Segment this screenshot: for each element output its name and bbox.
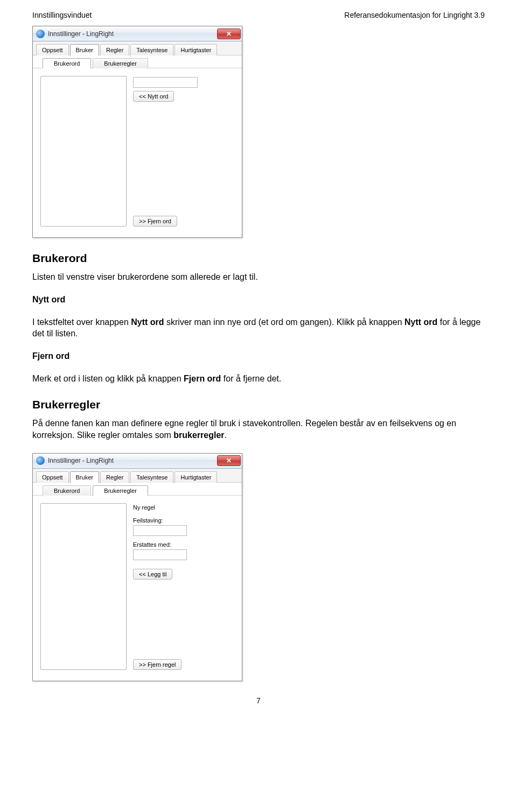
tab-talesyntese[interactable]: Talesyntese <box>130 471 173 483</box>
close-button[interactable]: ✕ <box>217 455 241 466</box>
replace-label: Erstattes med: <box>133 541 234 548</box>
remove-rule-button[interactable]: >> Fjern regel <box>133 659 181 670</box>
tab-hurtigtaster[interactable]: Hurtigtaster <box>174 471 217 483</box>
rules-listbox[interactable] <box>40 503 127 670</box>
window-title: Innstillinger - LingRight <box>48 457 217 464</box>
close-icon: ✕ <box>226 457 232 464</box>
text-run: Merk et ord i listen og klikk på knappen <box>32 374 184 383</box>
titlebar: Innstillinger - LingRight ✕ <box>33 454 242 469</box>
window-title: Innstillinger - LingRight <box>48 30 217 38</box>
para-brukerord-intro: Listen til venstre viser brukerordene so… <box>32 271 485 283</box>
close-button[interactable]: ✕ <box>217 29 241 39</box>
tab-oppsett[interactable]: Oppsett <box>36 44 69 55</box>
misspelling-label: Feilstaving: <box>133 517 234 524</box>
para-nytt-ord: I tekstfeltet over knappen Nytt ord skri… <box>32 316 485 340</box>
replace-input[interactable] <box>133 549 187 560</box>
header-right: Referansedokumentasjon for Lingright 3.9 <box>344 11 485 19</box>
sub-tab-strip: Brukerord Brukerregler <box>33 55 242 68</box>
tab-oppsett[interactable]: Oppsett <box>36 471 69 483</box>
add-word-button[interactable]: << Nytt ord <box>133 91 174 102</box>
bold-run: Nytt ord <box>404 317 437 327</box>
sub-tab-strip: Brukerord Brukerregler <box>33 483 242 496</box>
new-rule-group-label: Ny regel <box>133 504 234 511</box>
subtab-brukerregler[interactable]: Brukerregler <box>93 485 148 496</box>
text-run: . <box>225 430 227 440</box>
text-run: for å fjerne det. <box>221 374 281 383</box>
text-run: I tekstfeltet over knappen <box>32 317 131 327</box>
app-icon <box>36 30 45 38</box>
tab-hurtigtaster[interactable]: Hurtigtaster <box>174 44 217 55</box>
page-header: Innstillingsvinduet Referansedokumentasj… <box>32 11 485 19</box>
heading-brukerregler: Brukerregler <box>32 398 485 411</box>
para-brukerregler: På denne fanen kan man definere egne reg… <box>32 418 485 441</box>
subtab-brukerord[interactable]: Brukerord <box>43 58 91 68</box>
app-icon <box>36 456 45 465</box>
close-icon: ✕ <box>226 31 232 37</box>
subhead-nytt-ord: Nytt ord <box>32 295 485 305</box>
subhead-fjern-ord: Fjern ord <box>32 351 485 361</box>
settings-window-brukerord: Innstillinger - LingRight ✕ Oppsett Bruk… <box>32 26 242 238</box>
header-left: Innstillingsvinduet <box>32 11 92 19</box>
tab-bruker[interactable]: Bruker <box>70 471 99 483</box>
bold-run: Nytt ord <box>131 317 164 327</box>
bold-run: brukerregler <box>173 430 224 440</box>
tab-regler[interactable]: Regler <box>100 471 129 483</box>
word-listbox[interactable] <box>40 76 127 227</box>
main-tab-strip: Oppsett Bruker Regler Talesyntese Hurtig… <box>33 41 242 55</box>
main-tab-strip: Oppsett Bruker Regler Talesyntese Hurtig… <box>33 469 242 483</box>
text-run: På denne fanen kan man definere egne reg… <box>32 419 456 440</box>
tab-bruker[interactable]: Bruker <box>70 44 99 55</box>
remove-word-button[interactable]: >> Fjern ord <box>133 216 177 227</box>
heading-brukerord: Brukerord <box>32 252 485 265</box>
text-run: skriver man inn nye ord (et ord om gange… <box>164 317 404 327</box>
add-rule-button[interactable]: << Legg til <box>133 569 172 580</box>
subtab-brukerord[interactable]: Brukerord <box>43 485 91 496</box>
tab-talesyntese[interactable]: Talesyntese <box>130 44 173 55</box>
para-fjern-ord: Merk et ord i listen og klikk på knappen… <box>32 373 485 385</box>
tab-regler[interactable]: Regler <box>100 44 129 55</box>
titlebar: Innstillinger - LingRight ✕ <box>33 26 242 41</box>
bold-run: Fjern ord <box>184 374 221 383</box>
misspelling-input[interactable] <box>133 525 187 536</box>
new-word-input[interactable] <box>133 77 198 88</box>
subtab-brukerregler[interactable]: Brukerregler <box>93 58 148 68</box>
window-body: Ny regel Feilstaving: Erstattes med: << … <box>33 496 242 681</box>
page-number: 7 <box>32 696 485 705</box>
window-body: << Nytt ord >> Fjern ord <box>33 68 242 237</box>
settings-window-brukerregler: Innstillinger - LingRight ✕ Oppsett Bruk… <box>32 453 242 681</box>
